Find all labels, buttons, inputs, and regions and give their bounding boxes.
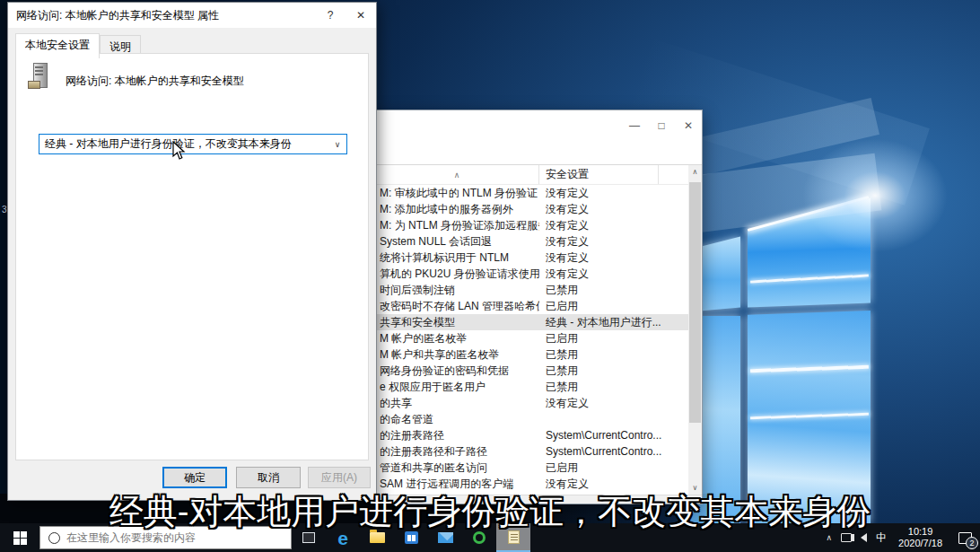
policy-name: M 帐户的匿名枚举 bbox=[375, 331, 539, 346]
cancel-button[interactable]: 取消 bbox=[236, 467, 301, 488]
tab-local-security-setting[interactable]: 本地安全设置 bbox=[15, 33, 100, 58]
sort-ascending-icon: ∧ bbox=[454, 171, 460, 180]
policy-setting: 已禁用 bbox=[539, 380, 578, 395]
policy-name: M: 为 NTLM 身份验证添加远程服务器... bbox=[375, 218, 539, 233]
policy-list: M: 审核此域中的 NTLM 身份验证没有定义M: 添加此域中的服务器例外没有定… bbox=[375, 185, 688, 495]
policy-row[interactable]: 的命名管道 bbox=[375, 411, 688, 427]
policy-row[interactable]: 管道和共享的匿名访问已启用 bbox=[375, 460, 688, 476]
policy-name: System NULL 会话回退 bbox=[375, 234, 539, 250]
speaker-icon[interactable] bbox=[861, 533, 867, 542]
close-icon[interactable]: ✕ bbox=[346, 3, 376, 28]
setting-column-header[interactable]: 安全设置 bbox=[539, 165, 659, 184]
policy-row[interactable]: 时间后强制注销已禁用 bbox=[375, 282, 688, 298]
vertical-scrollbar[interactable]: ∧ ∨ bbox=[688, 165, 702, 495]
screen: 3 — □ ✕ ∧ 安全设置 M: 审核此域中的 NTLM 身份验证没有定义M:… bbox=[0, 0, 980, 552]
dialog-titlebar: 网络访问: 本地帐户的共享和安全模型 属性 ? ✕ bbox=[8, 3, 376, 28]
policy-setting: 没有定义 bbox=[539, 202, 589, 217]
policy-name: 的共享 bbox=[375, 396, 539, 411]
policy-setting: 经典 - 对本地用户进行... bbox=[539, 315, 661, 330]
policy-row[interactable]: 共享和安全模型经典 - 对本地用户进行... bbox=[375, 314, 688, 330]
policy-name: SAM 进行远程调用的客户端 bbox=[375, 477, 539, 492]
search-input[interactable] bbox=[66, 531, 246, 544]
policy-properties-dialog[interactable]: 网络访问: 本地帐户的共享和安全模型 属性 ? ✕ 本地安全设置 说明 网络访问… bbox=[7, 2, 377, 501]
subtitle-overlay: 经典-对本地用户进行身份验证，不改变其本来身份 bbox=[0, 492, 980, 531]
policy-server-icon bbox=[28, 63, 49, 90]
policy-name-label: 网络访问: 本地帐户的共享和安全模型 bbox=[66, 74, 244, 89]
policy-name: 的命名管道 bbox=[375, 412, 539, 427]
policy-row[interactable]: e 权限应用于匿名用户已禁用 bbox=[375, 379, 688, 395]
policy-name: M 帐户和共享的匿名枚举 bbox=[375, 347, 539, 363]
policy-setting: 没有定义 bbox=[539, 250, 589, 266]
policy-setting: 已禁用 bbox=[539, 347, 578, 363]
policy-setting: 没有定义 bbox=[539, 477, 589, 492]
close-button[interactable]: ✕ bbox=[675, 112, 702, 139]
policy-row[interactable]: System NULL 会话回退没有定义 bbox=[375, 233, 688, 250]
minimize-button[interactable]: — bbox=[621, 112, 648, 139]
policy-row[interactable]: 算机的 PKU2U 身份验证请求使用联...没有定义 bbox=[375, 266, 688, 282]
policy-row[interactable]: 改密码时不存储 LAN 管理器哈希值已启用 bbox=[375, 298, 688, 314]
secpol-titlebar: — □ ✕ bbox=[375, 110, 702, 141]
policy-setting: 没有定义 bbox=[539, 186, 589, 201]
policy-row[interactable]: 的注册表路径和子路径System\CurrentContro... bbox=[375, 443, 688, 460]
policy-name: M: 审核此域中的 NTLM 身份验证 bbox=[375, 186, 539, 201]
desktop-icon-label: 3 bbox=[2, 205, 7, 215]
dialog-buttons: 确定 取消 应用(A) bbox=[8, 467, 376, 488]
policy-name: 的注册表路径和子路径 bbox=[375, 444, 539, 460]
policy-setting: System\CurrentContro... bbox=[539, 429, 661, 442]
scrollbar-thumb[interactable] bbox=[689, 182, 701, 423]
policy-setting: System\CurrentContro... bbox=[539, 445, 661, 458]
policy-name: 时间后强制注销 bbox=[375, 283, 539, 298]
apply-button: 应用(A) bbox=[308, 467, 371, 488]
policy-column-header[interactable]: ∧ bbox=[375, 165, 539, 184]
policy-name: 网络身份验证的密码和凭据 bbox=[375, 364, 539, 379]
policy-setting: 已禁用 bbox=[539, 364, 578, 379]
maximize-button[interactable]: □ bbox=[648, 112, 675, 139]
logo-corner-glow bbox=[772, 115, 978, 276]
policy-row[interactable]: 网络身份验证的密码和凭据已禁用 bbox=[375, 363, 688, 379]
local-security-setting-page: 网络访问: 本地帐户的共享和安全模型 经典 - 对本地用户进行身份验证，不改变其… bbox=[15, 53, 369, 460]
policy-row[interactable]: M: 审核此域中的 NTLM 身份验证没有定义 bbox=[375, 185, 688, 201]
scroll-up-icon[interactable]: ∧ bbox=[688, 165, 702, 179]
list-header: ∧ 安全设置 bbox=[375, 165, 688, 185]
policy-name: 算机的 PKU2U 身份验证请求使用联... bbox=[375, 267, 539, 282]
policy-row[interactable]: M 帐户的匿名枚举已启用 bbox=[375, 330, 688, 346]
policy-name: 管道和共享的匿名访问 bbox=[375, 460, 539, 476]
dialog-title: 网络访问: 本地帐户的共享和安全模型 属性 bbox=[8, 8, 315, 23]
cortana-circle-icon bbox=[48, 532, 60, 544]
windows-logo-icon bbox=[13, 531, 27, 545]
policy-name: 共享和安全模型 bbox=[375, 315, 539, 330]
policy-setting: 没有定义 bbox=[539, 234, 589, 250]
policy-setting: 没有定义 bbox=[539, 218, 589, 233]
security-setting-dropdown[interactable]: 经典 - 对本地用户进行身份验证，不改变其本来身份 ∨ bbox=[39, 134, 347, 154]
tray-date: 2020/7/18 bbox=[898, 538, 942, 549]
policy-name: 的注册表路径 bbox=[375, 428, 539, 443]
help-button[interactable]: ? bbox=[315, 3, 346, 28]
policy-row[interactable]: 统将计算机标识用于 NTLM没有定义 bbox=[375, 250, 688, 266]
policy-setting: 没有定义 bbox=[539, 396, 589, 411]
ok-button[interactable]: 确定 bbox=[162, 467, 227, 488]
policy-row[interactable]: SAM 进行远程调用的客户端没有定义 bbox=[375, 476, 688, 492]
mail-icon bbox=[438, 532, 453, 543]
policy-name: M: 添加此域中的服务器例外 bbox=[375, 202, 539, 217]
green-ring-icon bbox=[473, 531, 486, 544]
local-security-policy-window[interactable]: — □ ✕ ∧ 安全设置 M: 审核此域中的 NTLM 身份验证没有定义M: 添… bbox=[374, 110, 703, 504]
ime-indicator[interactable]: 中 bbox=[876, 530, 887, 546]
policy-name: 改密码时不存储 LAN 管理器哈希值 bbox=[375, 299, 539, 314]
policy-row[interactable]: M: 添加此域中的服务器例外没有定义 bbox=[375, 201, 688, 217]
store-icon bbox=[405, 531, 418, 544]
policy-name: e 权限应用于匿名用户 bbox=[375, 380, 539, 395]
policy-row[interactable]: 的注册表路径System\CurrentContro... bbox=[375, 427, 688, 443]
secpol-toolbar bbox=[375, 141, 702, 165]
task-view-icon bbox=[302, 532, 315, 543]
document-icon bbox=[508, 530, 520, 544]
policy-setting: 没有定义 bbox=[539, 267, 589, 282]
policy-row[interactable]: M 帐户和共享的匿名枚举已禁用 bbox=[375, 346, 688, 363]
chevron-down-icon[interactable]: ∨ bbox=[328, 140, 346, 149]
policy-row[interactable]: 的共享没有定义 bbox=[375, 395, 688, 411]
mouse-cursor bbox=[172, 141, 187, 161]
policy-setting: 已启用 bbox=[539, 331, 578, 346]
policy-row[interactable]: M: 为 NTLM 身份验证添加远程服务器...没有定义 bbox=[375, 217, 688, 233]
hidden-icons-chevron-icon[interactable]: ∧ bbox=[826, 533, 832, 542]
notification-badge: 2 bbox=[966, 537, 978, 549]
folder-icon bbox=[370, 532, 385, 543]
